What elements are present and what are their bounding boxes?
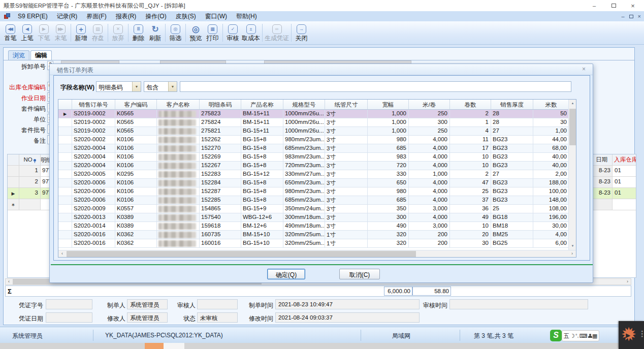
sales-order-row[interactable]: S2019-0002K0565275821BG-15+111000mm/26u.… [58,127,576,136]
grid-row[interactable]: 8-2301 [593,177,636,188]
scroll-right-icon[interactable]: › [568,250,576,257]
grid-row[interactable] [593,199,636,210]
sales-order-row[interactable]: S2020-0013K0389157540WBG-12+6300mm/18um.… [58,213,576,222]
menu-item-2[interactable]: 界面(F) [82,11,111,21]
table-header[interactable]: 销售订单号客户编码客户名称明细条码产品名称规格型号纸管尺寸宽幅米/卷卷数销售厚度… [58,100,576,110]
table-vertical-scrollbar[interactable]: ▲ ▼ [568,100,576,250]
ok-button[interactable]: 确定(Q) [267,269,305,279]
mdi-window-controls[interactable]: –× [621,11,641,21]
window-close-button[interactable]: × [624,0,642,11]
column-header[interactable]: 客户编码 [115,100,157,109]
close-form-icon: → [297,24,306,34]
tab-浏览[interactable]: 浏览 [8,50,29,60]
taskbar-sliver [0,343,644,349]
toolbar-gen-voucher-button: ∞ 生成凭证 [264,22,289,43]
sales-order-row[interactable]: S2020-0002K0106152262BG-15+8980mm/23um..… [58,136,576,144]
toolbar-refresh-button[interactable]: ↻ 刷新 [147,22,164,43]
divider-line [51,264,593,265]
window-title: 顺景S9智能ERP管理平台 - 广东顺景软件科技有限公司_QJY - [拆卸单] [4,2,185,10]
tab-编辑[interactable]: 编辑 [30,50,52,60]
menu-item-3[interactable]: 报表(R) [111,11,141,21]
menu-item-4[interactable]: 操作(O) [141,11,171,21]
new-icon: + [76,24,86,34]
scrollbar-thumb[interactable] [569,109,576,145]
form-label: 套件批号 [3,126,46,135]
toolbar-first-record-button[interactable]: ◀◀ 首笔 [2,22,19,43]
app-icon [4,13,10,19]
redacted-customer-name [158,154,196,161]
toolbar-preview-button[interactable]: ◎ 预览 [187,22,204,43]
sales-order-row[interactable]: S2020-0016K0362160016BG-15+10320mm/25um.… [58,239,576,248]
footer-field: 未审核 [197,312,238,323]
toolbar-last-record-button: ▶▶ 末笔 [52,22,69,43]
scroll-down-icon[interactable]: ▼ [569,242,576,250]
sogou-ime-logo[interactable]: S [550,330,562,341]
toolbar-delete-button[interactable]: Ⅲ 删除 [130,22,147,43]
column-header[interactable]: 销售厚度 [491,100,533,109]
column-header[interactable]: 客户名称 [157,100,200,109]
filter-op-combo[interactable]: 包含▼ [144,81,177,92]
grid-row[interactable]: ∗ [8,199,53,210]
menu-item-1[interactable]: 记录(R) [52,11,82,21]
toolbar-audit-button[interactable]: ✓ 审核 [224,22,241,43]
column-header[interactable]: 纸管尺寸 [325,100,368,109]
grid-row[interactable]: 197792 [8,166,53,177]
scroll-right-icon[interactable]: › [624,279,631,284]
menu-item-7[interactable]: 帮助(H) [232,11,262,21]
footer-label: 审核时间 [418,301,447,310]
menu-item-0[interactable]: S9 ERP(E) [13,11,52,21]
sales-order-row[interactable]: ▶S2019-0002K0565275823BM-15+111000mm/26u… [58,110,576,118]
column-header[interactable]: 卷数 [450,100,491,109]
filter-field-combo[interactable]: 明细条码▼ [96,81,141,92]
column-header[interactable]: 米/卷 [409,100,450,109]
sales-order-row[interactable]: S2020-0004K0106152269BG-15+8983mm/23um..… [58,153,576,162]
screen-recorder-overlay[interactable]: ✹ ▶ ●●● [619,321,644,349]
ime-toolbar[interactable]: 五 ☽ °, ⌨ ▦ [562,330,599,341]
toolbar-close-form-button[interactable]: → 关闭 [293,22,310,43]
sales-order-row[interactable]: S2020-0004K0106152270BG-15+8685mm/23um..… [58,144,576,153]
cancel-button[interactable]: 取消(C) [339,269,380,279]
scroll-up-icon[interactable]: ▲ [569,100,576,107]
toolbar-discard-button: ✕ 放弃 [110,22,126,43]
column-header[interactable]: 明细条码 [200,100,241,109]
column-header[interactable]: 产品名称 [241,100,283,109]
grid-row[interactable]: 8-2301 [593,188,636,199]
toolbar-new-button[interactable]: + 新增 [73,22,89,43]
toolbar-get-cost-button[interactable]: ± 取成本 [241,22,261,43]
grid-row[interactable]: ▶397792 [8,188,53,199]
sales-order-row[interactable]: S2020-0006K0106152284BG-15+8650mm/23um..… [58,179,576,187]
grid-row[interactable]: 8-2301 [593,166,636,177]
sales-order-row[interactable]: S2020-0016K0362160735BM-15+10320mm/25um.… [58,231,576,239]
window-minimize-button[interactable]: – [585,0,603,11]
window-restore-button[interactable] [604,0,623,11]
scrollbar-thumb[interactable] [67,251,416,257]
scroll-left-icon[interactable]: ‹ [58,250,66,257]
footer-label: 修改时间 [244,314,273,323]
sales-order-row[interactable]: S2020-0014K0389159618BM-12+6490mm/18um..… [58,222,576,231]
footer-label: 制单人 [104,301,125,310]
sales-order-row[interactable]: S2020-0006K0106152287BG-15+8980mm/23um..… [58,187,576,196]
sales-order-row[interactable]: S2019-0002K0565275824BM-15+111000mm/26u.… [58,118,576,127]
ime-wubi-icon: 五 [564,333,569,339]
grid-row[interactable]: 297792 [8,177,53,188]
sales-order-row[interactable]: S2020-0004K0106152267BG-15+8720mm/23um..… [58,162,576,170]
filter-value-input[interactable] [180,81,571,92]
footer-field: 2021-08-24 09:03:37 [275,312,420,323]
menu-item-6[interactable]: 窗口(W) [201,11,232,21]
column-header[interactable]: 规格型号 [283,100,325,109]
taskbar-app[interactable] [164,343,184,349]
menu-item-5[interactable]: 皮肤(S) [171,11,201,21]
sales-order-row[interactable]: S2020-0005K0295152283BG-15+12330mm/27um.… [58,170,576,179]
taskbar-active-app[interactable] [145,343,164,349]
column-header[interactable]: 米数 [533,100,569,109]
toolbar-prev-record-button[interactable]: ◀ 上笔 [19,22,36,43]
sales-order-row[interactable]: S2020-0009K0557154865BG-15+9350mm/24um..… [58,205,576,213]
toolbar-filter-button[interactable]: ◎ 筛选 [167,22,184,43]
column-header[interactable]: 销售订单号 [72,100,115,109]
table-horizontal-scrollbar[interactable]: ‹ › [58,250,576,257]
toolbar-print-button[interactable]: ▦ 打印 [204,22,221,43]
column-header[interactable]: 宽幅 [368,100,409,109]
sales-order-row[interactable]: S2020-0006K0106152285BG-15+8685mm/23um..… [58,196,576,205]
dialog-close-icon[interactable]: × [582,66,586,73]
scroll-left-icon[interactable]: ‹ [6,279,12,284]
